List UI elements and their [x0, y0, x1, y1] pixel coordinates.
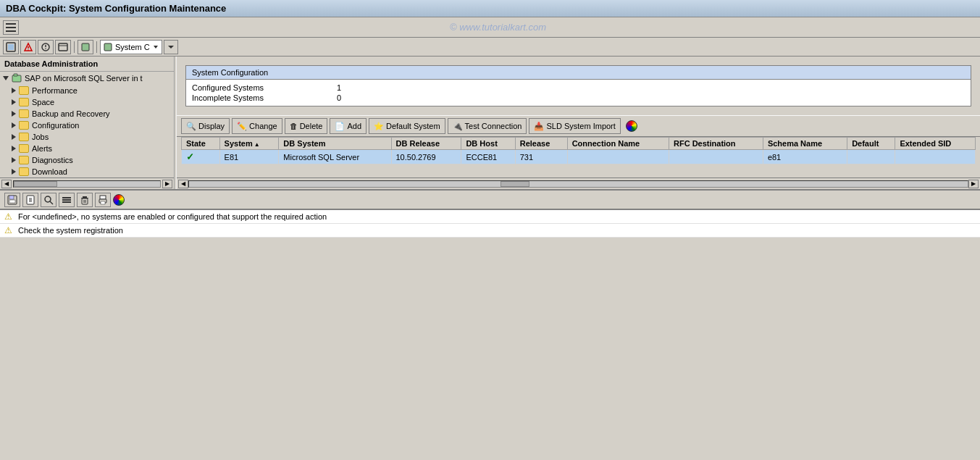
content-panel: System Configuration Configured Systems …	[177, 57, 980, 189]
svg-rect-31	[83, 196, 87, 198]
add-button[interactable]: 📄 Add	[330, 118, 367, 134]
svg-point-7	[28, 49, 29, 51]
sidebar: Database Administration SAP on Microsoft…	[0, 57, 174, 189]
default-icon: ⭐	[374, 122, 384, 131]
hscroll-thumb-left[interactable]	[14, 181, 57, 187]
sidebar-item-label-alerts: Alerts	[32, 144, 52, 153]
status-text-0: For <undefined>, no systems are enabled …	[18, 212, 327, 221]
sidebar-item-jobs[interactable]: Jobs	[0, 131, 174, 143]
col-db-host[interactable]: DB Host	[461, 138, 515, 150]
toolbar-btn-5[interactable]	[78, 40, 93, 54]
col-connection-name[interactable]: Connection Name	[567, 138, 669, 150]
sidebar-item-performance[interactable]: Performance	[0, 85, 174, 96]
default-label: Default System	[386, 122, 440, 130]
bottom-btn-save[interactable]	[4, 193, 20, 207]
sld-import-button[interactable]: 📥 SLD System Import	[529, 118, 620, 134]
sidebar-item-space[interactable]: Space	[0, 96, 174, 108]
hscroll-right-arrow[interactable]: ▶	[968, 180, 979, 188]
hscroll-track[interactable]	[188, 180, 968, 188]
delete-label: Delete	[300, 122, 323, 130]
table-row[interactable]: ✓ E81 Microsoft SQL Server 10.50.2769 EC…	[182, 150, 976, 164]
delete-icon: 🗑	[290, 122, 298, 130]
folder-icon-diag	[19, 156, 29, 164]
toolbar-sep-1	[74, 41, 75, 53]
bottom-btn-new[interactable]	[22, 193, 38, 207]
svg-rect-13	[82, 43, 89, 51]
scroll-right-btn-left[interactable]: ▶	[162, 180, 172, 188]
col-state[interactable]: State	[182, 138, 220, 150]
folder-icon-config	[19, 121, 29, 130]
color-wheel-icon[interactable]	[626, 120, 637, 132]
left-scroll: ◀ ▶	[0, 177, 174, 189]
arrow-right-icon-diag	[12, 157, 16, 163]
col-rfc-destination[interactable]: RFC Destination	[669, 138, 763, 150]
menu-icon[interactable]	[3, 20, 19, 35]
svg-rect-4	[8, 44, 14, 50]
sidebar-item-sap-ms-sql[interactable]: SAP on Microsoft SQL Server in t	[0, 72, 174, 85]
sidebar-item-download[interactable]: Download	[0, 166, 174, 177]
sidebar-content: Database Administration SAP on Microsoft…	[0, 57, 174, 177]
sidebar-item-label-sap: SAP on Microsoft SQL Server in t	[25, 74, 143, 83]
bottom-btn-find[interactable]	[41, 193, 56, 207]
toolbar-btn-1[interactable]	[3, 40, 19, 54]
svg-rect-38	[101, 201, 105, 204]
change-label: Change	[249, 122, 277, 130]
display-button[interactable]: 🔍 Display	[181, 118, 230, 134]
toolbar-btn-2[interactable]	[20, 40, 36, 54]
cell-db-host: ECCE81	[461, 150, 515, 164]
test-icon: 🔌	[453, 122, 463, 131]
sidebar-item-configuration[interactable]: Configuration	[0, 120, 174, 131]
col-extended-sid[interactable]: Extended SID	[895, 138, 976, 150]
toolbar-btn-4[interactable]	[55, 40, 71, 54]
toolbar-btn-3[interactable]	[38, 40, 54, 54]
folder-icon-space	[19, 98, 29, 106]
hscroll-left-arrow[interactable]: ◀	[178, 180, 188, 188]
col-db-release[interactable]: DB Release	[391, 138, 461, 150]
status-row-0: ⚠ For <undefined>, no systems are enable…	[0, 210, 980, 224]
hscroll-left[interactable]	[13, 180, 161, 188]
test-connection-button[interactable]: 🔌 Test Connection	[448, 118, 527, 134]
menu-bar: © www.tutorialkart.com	[0, 17, 980, 38]
col-default[interactable]: Default	[847, 138, 895, 150]
top-toolbar: System C	[0, 38, 980, 57]
delete-button[interactable]: 🗑 Delete	[285, 118, 328, 134]
main-split: Database Administration SAP on Microsoft…	[0, 57, 980, 189]
sidebar-item-alerts[interactable]: Alerts	[0, 143, 174, 154]
bottom-color-wheel-icon[interactable]	[113, 194, 125, 206]
cell-default	[847, 150, 895, 164]
toolbar-sep-2	[96, 41, 97, 53]
col-schema-name[interactable]: Schema Name	[763, 138, 847, 150]
col-system[interactable]: System	[219, 138, 279, 150]
system-table: State System DB System DB Release DB Hos…	[181, 137, 976, 164]
sidebar-item-diagnostics[interactable]: Diagnostics	[0, 154, 174, 166]
sidebar-item-backup[interactable]: Backup and Recovery	[0, 108, 174, 120]
change-button[interactable]: ✏️ Change	[232, 118, 282, 134]
bottom-btn-print[interactable]	[95, 193, 111, 207]
svg-rect-28	[62, 197, 71, 198]
arrow-right-icon-backup	[12, 111, 16, 117]
config-label-1: Incomplete Systems	[192, 93, 337, 102]
config-row-1: Incomplete Systems 0	[192, 93, 965, 103]
warning-icon-0: ⚠	[4, 212, 12, 222]
col-db-system[interactable]: DB System	[279, 138, 391, 150]
cell-release: 731	[515, 150, 567, 164]
sld-label: SLD System Import	[546, 122, 615, 130]
config-value-1: 0	[337, 93, 373, 102]
config-summary-container: System Configuration Configured Systems …	[181, 61, 976, 111]
scroll-left-btn[interactable]: ◀	[1, 180, 12, 188]
folder-icon-alerts	[19, 144, 29, 153]
sidebar-item-label-diag: Diagnostics	[32, 156, 73, 164]
status-messages: ⚠ For <undefined>, no systems are enable…	[0, 209, 980, 238]
col-release[interactable]: Release	[515, 138, 567, 150]
status-text-1: Check the system registration	[18, 226, 123, 235]
svg-marker-16	[168, 46, 174, 49]
hscroll-thumb[interactable]	[501, 181, 529, 187]
bottom-btn-settings[interactable]	[59, 193, 75, 207]
cell-db-system: Microsoft SQL Server	[279, 150, 391, 164]
system-dropdown[interactable]: System C	[100, 40, 162, 54]
arrow-right-icon-config	[12, 122, 16, 128]
bottom-btn-delete[interactable]	[77, 193, 93, 207]
default-system-button[interactable]: ⭐ Default System	[369, 118, 445, 134]
toolbar-expand-btn[interactable]	[164, 40, 178, 54]
svg-rect-18	[14, 74, 17, 76]
